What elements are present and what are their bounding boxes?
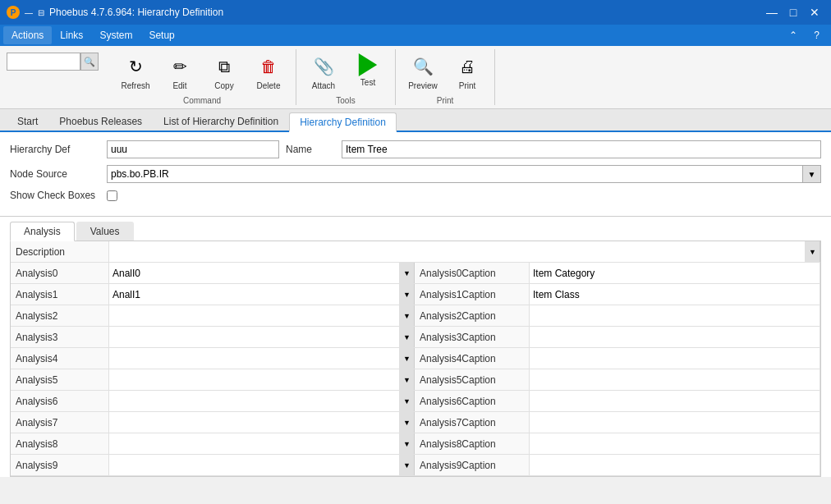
minimize-button[interactable]: — <box>762 4 782 21</box>
hierarchy-def-row: Hierarchy Def Name <box>10 140 821 158</box>
analysis1-caption-input[interactable] <box>530 286 820 303</box>
description-input[interactable] <box>109 244 805 260</box>
preview-button[interactable]: 🔍 Preview <box>402 49 443 94</box>
analysis6-caption-input[interactable] <box>530 393 820 410</box>
tools-buttons: 📎 Attach Test <box>303 49 388 94</box>
analysis3-caption-input[interactable] <box>530 329 820 346</box>
title-bar-left: P — ⊟ Phoebus 4.7.6.964: Hierarchy Defin… <box>7 6 223 19</box>
edit-button[interactable]: ✏ Edit <box>159 49 200 94</box>
analysis5-field-cell[interactable] <box>109 369 400 390</box>
print-group-label: Print <box>437 96 454 105</box>
analysis8-field-input[interactable] <box>109 436 399 452</box>
analysis-grid: Description ▼ Analysis0 ▼ Analysis0Capti… <box>10 241 821 477</box>
menu-system[interactable]: System <box>91 26 140 44</box>
analysis9-caption-input[interactable] <box>530 457 820 474</box>
delete-button[interactable]: 🗑 Delete <box>248 49 289 94</box>
search-button[interactable]: 🔍 <box>80 53 99 71</box>
analysis5-field-input[interactable] <box>109 372 399 388</box>
analysis4-arrow[interactable]: ▼ <box>400 348 415 369</box>
analysis9-caption-cell[interactable] <box>530 455 820 475</box>
analysis6-caption-cell[interactable] <box>530 391 820 411</box>
analysis2-field-input[interactable] <box>109 308 399 324</box>
attach-button[interactable]: 📎 Attach <box>303 49 344 94</box>
analysis9-label: Analysis9 <box>11 455 109 475</box>
analysis3-field-input[interactable] <box>109 329 399 346</box>
analysis7-field-input[interactable] <box>109 415 399 431</box>
analysis6-field-input[interactable] <box>109 393 399 410</box>
analysis5-caption-cell[interactable] <box>530 369 820 390</box>
analysis6-arrow[interactable]: ▼ <box>400 391 415 411</box>
tab-analysis[interactable]: Analysis <box>10 222 75 241</box>
close-button[interactable]: ✕ <box>805 4 824 21</box>
analysis5-arrow[interactable]: ▼ <box>400 369 415 390</box>
analysis3-arrow[interactable]: ▼ <box>400 327 415 347</box>
inner-tabs: Analysis Values <box>10 222 821 241</box>
menu-links[interactable]: Links <box>52 26 91 44</box>
analysis3-caption-cell[interactable] <box>530 327 820 347</box>
analysis8-field-cell[interactable] <box>109 433 400 454</box>
copy-button[interactable]: ⧉ Copy <box>204 49 245 94</box>
app-icon: P <box>7 6 20 19</box>
tab-hierarchy-definition[interactable]: Hierarchy Definition <box>289 112 397 132</box>
analysis9caption-label: Analysis9Caption <box>415 455 530 475</box>
command-group: ↻ Refresh ✏ Edit ⧉ Copy 🗑 Delete Command <box>108 49 296 105</box>
hierarchy-def-label: Hierarchy Def <box>10 144 100 155</box>
analysis1-field-cell[interactable] <box>109 284 400 305</box>
menu-bar: Actions Links System Setup ⌃ ? <box>0 25 831 46</box>
analysis1-row: Analysis1 ▼ Analysis1Caption <box>11 284 820 305</box>
menu-setup[interactable]: Setup <box>140 26 182 44</box>
analysis0-field-cell[interactable] <box>109 263 400 283</box>
analysis1-arrow[interactable]: ▼ <box>400 284 415 305</box>
name-input[interactable] <box>342 140 821 158</box>
analysis1-field-input[interactable] <box>109 286 399 303</box>
hierarchy-def-input[interactable] <box>107 140 279 158</box>
analysis2-field-cell[interactable] <box>109 305 400 326</box>
analysis2-arrow[interactable]: ▼ <box>400 305 415 326</box>
help-button[interactable]: ? <box>806 26 828 44</box>
analysis9-arrow[interactable]: ▼ <box>400 455 415 475</box>
collapse-button[interactable]: ⌃ <box>781 26 806 44</box>
analysis4-field-input[interactable] <box>109 351 399 367</box>
analysis4-caption-cell[interactable] <box>530 348 820 369</box>
test-icon <box>356 53 379 76</box>
maximize-button[interactable]: □ <box>783 4 803 21</box>
description-arrow[interactable]: ▼ <box>806 241 820 262</box>
analysis7-field-cell[interactable] <box>109 412 400 433</box>
analysis8-arrow[interactable]: ▼ <box>400 433 415 454</box>
analysis9-field-cell[interactable] <box>109 455 400 475</box>
node-source-input[interactable] <box>107 165 803 183</box>
tab-phoebus-releases[interactable]: Phoebus Releases <box>48 111 153 131</box>
menu-actions[interactable]: Actions <box>3 26 52 44</box>
print-button[interactable]: 🖨 Print <box>447 49 488 94</box>
search-input[interactable] <box>7 53 80 71</box>
show-checkboxes-input[interactable] <box>107 190 117 201</box>
node-source-arrow[interactable]: ▼ <box>803 165 821 183</box>
tab-start[interactable]: Start <box>7 111 48 131</box>
analysis1-caption-cell[interactable] <box>530 284 820 305</box>
analysis4-caption-input[interactable] <box>530 351 820 367</box>
analysis7-arrow[interactable]: ▼ <box>400 412 415 433</box>
description-value-cell[interactable] <box>109 241 806 262</box>
analysis2-caption-input[interactable] <box>530 308 820 324</box>
analysis6-field-cell[interactable] <box>109 391 400 411</box>
command-buttons: ↻ Refresh ✏ Edit ⧉ Copy 🗑 Delete <box>115 49 289 94</box>
tab-values[interactable]: Values <box>76 222 134 241</box>
tab-list-hierarchy[interactable]: List of Hierarchy Definition <box>153 111 289 131</box>
analysis9-field-input[interactable] <box>109 457 399 474</box>
analysis7caption-label: Analysis7Caption <box>415 412 530 433</box>
analysis8-caption-input[interactable] <box>530 436 820 452</box>
analysis2-caption-cell[interactable] <box>530 305 820 326</box>
analysis3-field-cell[interactable] <box>109 327 400 347</box>
analysis0-arrow[interactable]: ▼ <box>400 263 415 283</box>
analysis8-caption-cell[interactable] <box>530 433 820 454</box>
analysis4-field-cell[interactable] <box>109 348 400 369</box>
analysis0-field-input[interactable] <box>109 265 399 282</box>
analysis7-caption-input[interactable] <box>530 415 820 431</box>
analysis5-caption-input[interactable] <box>530 372 820 388</box>
analysis7-caption-cell[interactable] <box>530 412 820 433</box>
analysis0-caption-input[interactable] <box>530 265 820 282</box>
test-button[interactable]: Test <box>347 49 388 94</box>
refresh-button[interactable]: ↻ Refresh <box>115 49 156 94</box>
form-area: Hierarchy Def Name Node Source ▼ Show Ch… <box>0 132 831 217</box>
analysis0-caption-cell[interactable] <box>530 263 820 283</box>
